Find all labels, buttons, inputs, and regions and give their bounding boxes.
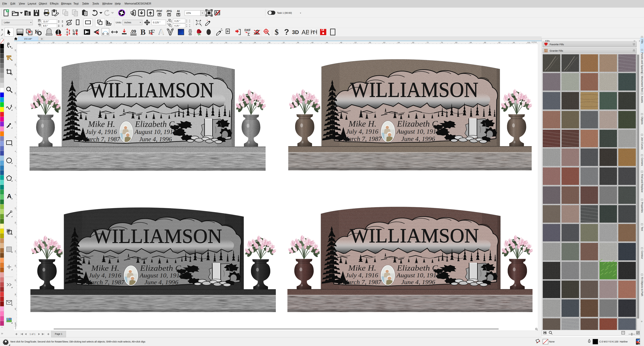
svg-text:32: 32 <box>283 42 285 44</box>
svg-text:12: 12 <box>211 42 213 44</box>
svg-text:56: 56 <box>369 42 371 44</box>
svg-text:8: 8 <box>14 137 16 138</box>
svg-text:4: 4 <box>14 180 16 181</box>
svg-text:100: 100 <box>527 42 530 44</box>
svg-text:20: 20 <box>240 42 242 44</box>
svg-text:40: 40 <box>24 42 26 44</box>
svg-text:F: F <box>151 28 155 36</box>
svg-text:3D: 3D <box>292 29 299 35</box>
svg-text:48: 48 <box>340 42 342 44</box>
svg-text:44: 44 <box>326 42 328 44</box>
svg-text:.09: .09 <box>130 29 136 34</box>
svg-text:76: 76 <box>441 42 443 44</box>
svg-text:20: 20 <box>96 42 98 44</box>
svg-text:?: ? <box>284 28 289 36</box>
svg-text:0: 0 <box>14 165 16 166</box>
svg-text:24: 24 <box>14 250 16 252</box>
svg-text:$: $ <box>275 28 278 36</box>
svg-text:20: 20 <box>14 236 16 238</box>
svg-text:32: 32 <box>14 279 16 281</box>
svg-text:PDF: PDF <box>157 9 162 13</box>
svg-text:AI: AI <box>177 9 180 13</box>
svg-text:JPG: JPG <box>166 9 172 13</box>
svg-text:16: 16 <box>14 107 16 109</box>
svg-text:32: 32 <box>52 42 54 44</box>
svg-text:20: 20 <box>14 92 16 94</box>
svg-text:24: 24 <box>254 42 256 44</box>
svg-text:0: 0 <box>168 42 168 44</box>
svg-text:4: 4 <box>182 42 183 44</box>
svg-text:16: 16 <box>110 42 112 44</box>
svg-text:12: 12 <box>14 121 16 123</box>
svg-text:AB: AB <box>302 29 309 36</box>
svg-text:B: B <box>140 28 146 36</box>
svg-text:32: 32 <box>14 49 16 51</box>
svg-text:8: 8 <box>139 42 140 44</box>
svg-text:40: 40 <box>312 42 314 44</box>
svg-text:12: 12 <box>124 42 126 44</box>
svg-text:36: 36 <box>14 294 16 296</box>
svg-text:72: 72 <box>426 42 428 44</box>
svg-text:12: 12 <box>14 207 16 209</box>
svg-text:1 of 1: 1 of 1 <box>30 333 36 336</box>
svg-text:60: 60 <box>383 42 385 44</box>
svg-text:L R: L R <box>73 29 78 32</box>
svg-text:36: 36 <box>297 42 299 44</box>
svg-text:88: 88 <box>484 42 486 44</box>
svg-text:28: 28 <box>268 42 270 44</box>
svg-text:x: x <box>171 21 172 23</box>
svg-text:40: 40 <box>14 308 16 310</box>
svg-text:68: 68 <box>412 42 414 44</box>
svg-text:24: 24 <box>14 78 16 80</box>
svg-text:28: 28 <box>14 265 16 267</box>
svg-text:92: 92 <box>498 42 500 44</box>
svg-text:28: 28 <box>14 64 16 66</box>
svg-text:24: 24 <box>81 42 83 44</box>
svg-text:8: 8 <box>14 194 16 195</box>
svg-text:4: 4 <box>14 151 16 152</box>
svg-text:28: 28 <box>67 42 69 44</box>
svg-text:I: I <box>248 32 249 36</box>
svg-text:8: 8 <box>196 42 197 44</box>
svg-text:84: 84 <box>470 42 472 44</box>
svg-text:36: 36 <box>38 42 40 44</box>
svg-text:96: 96 <box>513 42 515 44</box>
svg-text:4: 4 <box>153 42 154 44</box>
svg-text:64: 64 <box>398 42 400 44</box>
svg-text:52: 52 <box>354 42 356 44</box>
svg-text:16: 16 <box>225 42 227 44</box>
svg-text:16: 16 <box>14 222 16 224</box>
svg-text:DXF: DXF <box>244 28 251 32</box>
svg-text:A: A <box>159 28 164 36</box>
svg-text:80: 80 <box>455 42 457 44</box>
svg-text:y: y <box>171 26 172 27</box>
svg-text:T: T <box>312 29 315 35</box>
